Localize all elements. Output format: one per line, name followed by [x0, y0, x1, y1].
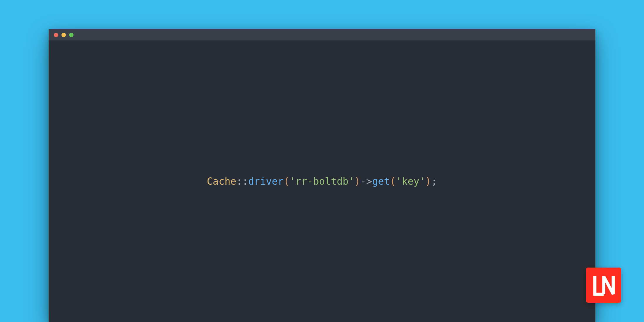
code-token-method: get [372, 176, 390, 187]
code-token-string: 'rr-boltdb' [290, 176, 354, 187]
code-token-paren: ( [284, 176, 290, 187]
code-token-method: driver [248, 176, 284, 187]
code-token-scope: :: [237, 176, 248, 187]
code-token-string: 'key' [396, 176, 425, 187]
maximize-icon[interactable] [69, 33, 73, 37]
close-icon[interactable] [54, 33, 58, 37]
code-token-arrow: -> [360, 176, 372, 187]
window-title-bar [49, 29, 595, 40]
minimize-icon[interactable] [61, 33, 66, 37]
code-token-paren: ) [425, 176, 431, 187]
code-token-semicolon: ; [431, 176, 437, 187]
code-token-paren: ( [390, 176, 396, 187]
code-token-paren: ) [354, 176, 360, 187]
logo-badge [586, 268, 621, 303]
ln-logo-icon [590, 271, 618, 299]
editor-body: Cache::driver('rr-boltdb')->get('key'); [49, 40, 595, 322]
editor-window: Cache::driver('rr-boltdb')->get('key'); [49, 29, 595, 322]
code-line: Cache::driver('rr-boltdb')->get('key'); [207, 176, 437, 187]
code-token-class: Cache [207, 176, 237, 187]
